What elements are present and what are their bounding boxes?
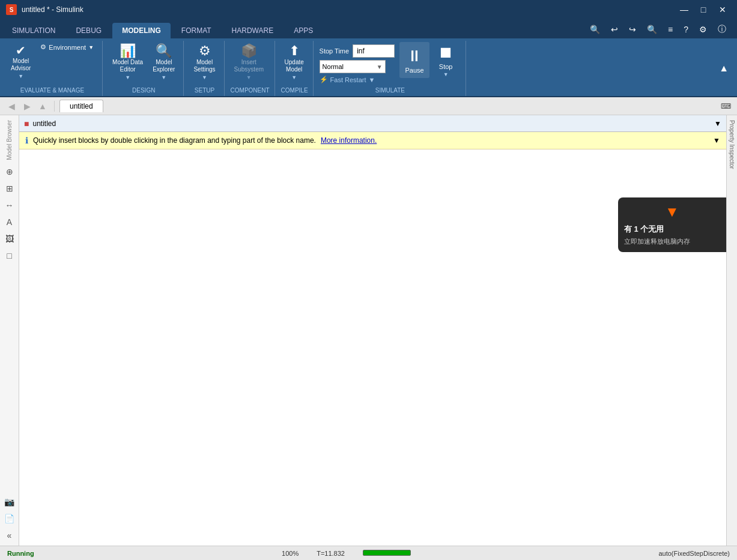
stop-time-input[interactable] — [353, 44, 395, 58]
titlebar: S untitled * - Simulink — □ ✕ — [0, 0, 737, 19]
tab-apps[interactable]: APPS — [284, 23, 323, 38]
text-button[interactable]: A — [2, 214, 17, 230]
solver-label: Normal — [323, 63, 344, 70]
group-label-design: DESIGN — [109, 87, 178, 95]
info-bar-close[interactable]: ▼ — [713, 136, 720, 145]
info-icon: ℹ — [25, 136, 28, 145]
info-bar: ℹ Quickly insert blocks by double clicki… — [19, 132, 726, 149]
maximize-button[interactable]: □ — [695, 4, 712, 16]
status-running: Running — [7, 550, 34, 557]
model-advisor-button[interactable]: ✔ ModelAdvisor ▼ — [7, 42, 34, 82]
model-titlebar: ■ untitled ▼ — [19, 115, 726, 132]
fast-restart-label: Fast Restart — [330, 76, 366, 83]
ribbon: ✔ ModelAdvisor ▼ ⚙ Environment ▼ EVALUAT… — [0, 38, 737, 97]
popup-logo-icon: ▼ — [624, 203, 720, 220]
pan-button[interactable]: ↔ — [2, 197, 17, 213]
ribbon-group-evaluate-manage: ✔ ModelAdvisor ▼ ⚙ Environment ▼ EVALUAT… — [2, 41, 103, 96]
solver-info: auto(FixedStepDiscrete) — [658, 550, 730, 557]
collapse-sidebar-button[interactable]: « — [2, 528, 17, 543]
group-label-component: COMPONENT — [231, 87, 270, 95]
environment-button[interactable]: ⚙ Environment ▼ — [37, 42, 97, 52]
tab-modeling[interactable]: MODELING — [112, 23, 171, 38]
fit-button[interactable]: ⊞ — [2, 181, 17, 196]
popup-overlay[interactable]: ▼ 有 1 个无用 立即加速释放电脑内存 — [618, 197, 726, 252]
docs-button[interactable]: 📄 — [2, 511, 17, 526]
group-label-compile: COMPILE — [281, 87, 308, 95]
undo-button[interactable]: ↩ — [607, 23, 622, 35]
stop-time-label: Stop Time — [320, 47, 350, 55]
simulation-time: T=11.832 — [317, 550, 345, 557]
tab-simulation[interactable]: SIMULATION — [2, 23, 65, 38]
breadcrumb-untitled[interactable]: untitled — [59, 100, 103, 112]
tab-debug[interactable]: DEBUG — [66, 23, 111, 38]
close-button[interactable]: ✕ — [714, 4, 731, 16]
main-area: Model Browser ⊕ ⊞ ↔ A 🖼 □ 📷 📄 « ■ untitl… — [0, 115, 737, 546]
tab-hardware[interactable]: HARDWARE — [222, 23, 284, 38]
group-label-evaluate-manage: EVALUATE & MANAGE — [7, 87, 97, 95]
model-title-dropdown[interactable]: ▼ — [714, 119, 721, 128]
pause-icon: ⏸ — [407, 47, 422, 65]
keyboard-icon[interactable]: ⌨ — [719, 100, 732, 113]
question-button[interactable]: ? — [680, 23, 692, 35]
solver-select[interactable]: Normal ▼ — [320, 60, 386, 73]
settings-button[interactable]: ⚙ — [696, 23, 711, 35]
model-explorer-button[interactable]: 🔍 ModelExplorer ▼ — [149, 42, 178, 83]
more-button[interactable]: ≡ — [664, 23, 676, 35]
collapse-ribbon-button[interactable]: ▲ — [717, 61, 731, 76]
model-advisor-icon: ✔ — [16, 44, 26, 56]
zoom-level: 100% — [282, 550, 299, 557]
canvas-area: ■ untitled ▼ ℹ Quickly insert blocks by … — [19, 115, 726, 546]
fast-restart-dropdown-icon: ▼ — [369, 76, 375, 83]
ribbon-group-component: 📦 InsertSubsystem ▼ COMPONENT — [226, 41, 275, 96]
left-sidebar: Model Browser ⊕ ⊞ ↔ A 🖼 □ 📷 📄 « — [0, 115, 19, 546]
image-button[interactable]: 🖼 — [2, 231, 17, 247]
info-button[interactable]: ⓘ — [714, 23, 730, 36]
solver-dropdown-arrow: ▼ — [377, 64, 383, 70]
model-settings-button[interactable]: ⚙ ModelSettings ▼ — [190, 42, 219, 83]
model-settings-icon: ⚙ — [199, 44, 211, 58]
info-message: Quickly insert blocks by double clicking… — [33, 136, 316, 145]
toolbar: ◀ ▶ ▲ untitled ⌨ — [0, 97, 737, 115]
ribbon-group-simulate: Stop Time Normal ▼ ⚡ Fast Restart ▼ — [315, 41, 467, 96]
update-model-button[interactable]: ⬆ UpdateModel ▼ — [281, 42, 308, 83]
model-explorer-icon: 🔍 — [156, 44, 172, 58]
insert-subsystem-button[interactable]: 📦 InsertSubsystem ▼ — [231, 42, 267, 83]
zoom-in-button[interactable]: ⊕ — [2, 164, 17, 179]
popup-subtitle: 立即加速释放电脑内存 — [624, 237, 720, 246]
select-button[interactable]: □ — [2, 248, 17, 263]
stop-time-row: Stop Time — [320, 44, 395, 58]
toolbar-separator — [54, 101, 55, 112]
forward-button[interactable]: ▶ — [20, 100, 34, 113]
insert-subsystem-icon: 📦 — [241, 44, 257, 58]
model-data-editor-button[interactable]: 📊 Model DataEditor ▼ — [109, 42, 147, 83]
ribbon-group-setup: ⚙ ModelSettings ▼ SETUP — [185, 41, 224, 96]
fast-restart-row: ⚡ Fast Restart ▼ — [320, 76, 395, 83]
property-inspector-label: Property Inspector — [729, 115, 735, 174]
statusbar: Running 100% T=11.832 auto(FixedStepDisc… — [0, 546, 737, 560]
minimize-button[interactable]: — — [676, 4, 693, 16]
screenshot-button[interactable]: 📷 — [2, 494, 17, 510]
model-icon: ■ — [24, 119, 29, 128]
model-data-editor-icon: 📊 — [120, 44, 136, 58]
sim-buttons: ⏸ Pause ⏹ Stop ▼ — [399, 42, 461, 78]
model-title: untitled — [32, 119, 56, 128]
up-button[interactable]: ▲ — [36, 100, 49, 113]
tab-format[interactable]: FORMAT — [172, 23, 221, 38]
group-label-simulate: SIMULATE — [320, 87, 461, 95]
more-information-link[interactable]: More information. — [321, 136, 377, 145]
update-model-icon: ⬆ — [289, 44, 300, 58]
model-browser-label: Model Browser — [6, 118, 13, 163]
ribbon-group-compile: ⬆ UpdateModel ▼ COMPILE — [276, 41, 314, 96]
pause-button[interactable]: ⏸ Pause — [399, 42, 429, 78]
right-sidebar: Property Inspector — [726, 115, 737, 546]
stop-button[interactable]: ⏹ Stop ▼ — [431, 42, 461, 78]
search-icon[interactable]: 🔍 — [586, 23, 604, 35]
window-title: untitled * - Simulink — [22, 5, 83, 14]
stop-icon: ⏹ — [438, 43, 453, 62]
zoom-button[interactable]: 🔍 — [643, 23, 661, 35]
app-logo: S — [6, 4, 17, 15]
menubar: SIMULATION DEBUG MODELING FORMAT HARDWAR… — [0, 19, 737, 38]
fast-restart-icon: ⚡ — [320, 76, 328, 83]
back-button[interactable]: ◀ — [5, 100, 18, 113]
redo-button[interactable]: ↪ — [625, 23, 640, 35]
